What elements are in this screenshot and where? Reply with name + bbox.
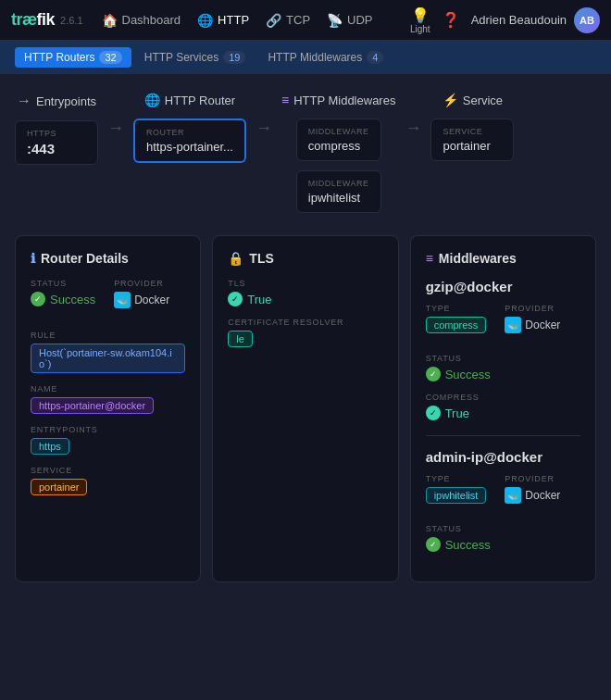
nav-dashboard[interactable]: 🏠 Dashboard <box>102 13 181 28</box>
admin-provider-field: PROVIDER 🐳 Docker <box>505 474 560 504</box>
light-label: Light <box>410 24 430 34</box>
admin-provider-value: 🐳 Docker <box>505 487 560 504</box>
service-bolt-icon: ⚡ <box>443 93 458 107</box>
entrypoints-field: ENTRYPOINTS https <box>31 425 185 455</box>
provider-value: 🐳 Docker <box>114 292 169 308</box>
compress-text: True <box>445 406 469 420</box>
gzip-status-dot: ✓ <box>426 367 441 381</box>
gzip-type-label: TYPE <box>426 304 487 313</box>
tls-field: TLS ✓ True <box>228 279 382 306</box>
entrypoints-value: https <box>31 438 69 455</box>
nav-http[interactable]: 🌐 HTTP <box>197 13 249 28</box>
middlewares-title-text: Middlewares <box>439 251 517 266</box>
mw2-label: MIDDLEWARE <box>308 179 369 188</box>
router-card-value: https-portainer... <box>146 140 233 154</box>
gzip-provider-label: PROVIDER <box>505 304 560 313</box>
help-icon[interactable]: ❓ <box>442 11 460 29</box>
admin-docker-icon: 🐳 <box>505 487 521 504</box>
flow-service-header: ⚡ Service <box>443 93 503 107</box>
flow-entrypoints-header: → Entrypoints <box>17 93 96 109</box>
tls-card: 🔒 TLS TLS ✓ True CERTIFICATE RESOLVER le <box>212 235 398 582</box>
flow-middleware-card-1[interactable]: MIDDLEWARE compress <box>296 119 381 161</box>
entrypoint-value: :443 <box>27 141 86 156</box>
light-icon: 💡 <box>411 6 430 24</box>
middleware-gzip-name: gzip@docker <box>426 279 580 294</box>
arrow-1: → <box>106 119 126 138</box>
entrypoints-arrow-icon: → <box>17 93 31 109</box>
gzip-status-text: Success <box>445 368 491 381</box>
gzip-provider-field: PROVIDER 🐳 Docker <box>505 304 560 333</box>
tls-dot: ✓ <box>228 292 243 306</box>
avatar: AB <box>574 7 600 33</box>
gzip-provider-text: Docker <box>525 319 560 331</box>
flow-middleware-card-2[interactable]: MIDDLEWARE ipwhitelist <box>296 170 381 213</box>
sub-nav-routers[interactable]: HTTP Routers 32 <box>15 47 131 68</box>
sub-nav-services[interactable]: HTTP Services 19 <box>135 47 256 68</box>
name-field: NAME https-portainer@docker <box>31 384 185 414</box>
middlewares-title-icon: ≡ <box>426 251 433 266</box>
gzip-docker-icon: 🐳 <box>505 317 521 333</box>
flow-entrypoint-card: HTTPS :443 <box>15 120 98 165</box>
status-label: STATUS <box>31 279 95 288</box>
service-field: SERVICE portainer <box>31 466 185 495</box>
sub-nav-routers-count: 32 <box>99 51 121 64</box>
flow-diagram: → Entrypoints HTTPS :443 → 🌐 HTTP Router… <box>15 93 596 213</box>
admin-status-dot: ✓ <box>426 537 441 552</box>
arrow-2: → <box>254 119 274 138</box>
gzip-status-label: STATUS <box>426 354 580 363</box>
router-card-label: ROUTER <box>146 128 233 137</box>
logo-suffix: fik <box>37 10 56 29</box>
flow-service-card[interactable]: SERVICE portainer <box>430 119 514 161</box>
flow-router: 🌐 HTTP Router ROUTER https-portainer... <box>133 93 246 163</box>
nav-tcp[interactable]: 🔗 TCP <box>266 13 310 28</box>
info-icon: ℹ <box>31 251 35 266</box>
tls-value: ✓ True <box>228 292 382 306</box>
sub-nav-middlewares[interactable]: HTTP Middlewares 4 <box>258 47 393 68</box>
nav-udp[interactable]: 📡 UDP <box>327 13 372 28</box>
sub-nav-services-count: 19 <box>223 51 245 64</box>
mw2-value: ipwhitelist <box>308 191 369 205</box>
flow-middlewares: ≡ HTTP Middlewares MIDDLEWARE compress M… <box>281 93 395 213</box>
gzip-provider-value: 🐳 Docker <box>505 317 560 333</box>
docker-icon: 🐳 <box>114 292 131 308</box>
nav-udp-label: UDP <box>347 13 372 27</box>
arrow-3: → <box>403 119 423 138</box>
status-text: Success <box>50 293 95 306</box>
service-value: portainer <box>31 479 87 495</box>
admin-status-text: Success <box>445 538 491 552</box>
udp-icon: 📡 <box>327 13 343 28</box>
cert-resolver-field: CERTIFICATE RESOLVER le <box>228 318 382 347</box>
router-details-title-text: Router Details <box>41 251 129 266</box>
compress-dot: ✓ <box>426 406 441 420</box>
tls-text: True <box>247 293 271 306</box>
cert-resolver-value: le <box>228 331 253 347</box>
admin-status-value: ✓ Success <box>426 537 580 552</box>
admin-status-field: STATUS ✓ Success <box>426 524 580 552</box>
sub-nav-middlewares-label: HTTP Middlewares <box>268 51 362 64</box>
nav-http-label: HTTP <box>218 13 249 27</box>
status-field: STATUS ✓ Success <box>31 279 95 308</box>
user-name: Adrien Beaudouin <box>471 13 567 27</box>
flow-router-card[interactable]: ROUTER https-portainer... <box>133 119 246 163</box>
service-label: SERVICE <box>31 466 185 475</box>
sub-nav-middlewares-count: 4 <box>367 51 383 64</box>
admin-type-label: TYPE <box>426 474 487 483</box>
service-card-value: portainer <box>443 139 502 153</box>
router-globe-icon: 🌐 <box>144 93 160 107</box>
flow-service-label: Service <box>463 94 503 107</box>
nav-dashboard-label: Dashboard <box>122 13 181 27</box>
home-icon: 🏠 <box>102 13 118 28</box>
sub-nav-services-label: HTTP Services <box>144 51 218 64</box>
router-details-title: ℹ Router Details <box>31 251 185 266</box>
service-card-label: SERVICE <box>443 127 502 136</box>
gzip-status-value: ✓ Success <box>426 367 580 381</box>
name-label: NAME <box>31 384 185 394</box>
logo-prefix: træ <box>11 10 37 29</box>
light-toggle[interactable]: 💡 Light <box>410 6 430 34</box>
flow-entrypoints-label: Entrypoints <box>36 94 96 108</box>
entrypoint-label: HTTPS <box>27 129 86 138</box>
tls-label: TLS <box>228 279 382 288</box>
middlewares-card: ≡ Middlewares gzip@docker TYPE compress … <box>410 235 596 582</box>
logo: træfik <box>11 10 55 30</box>
rule-label: RULE <box>31 331 185 340</box>
